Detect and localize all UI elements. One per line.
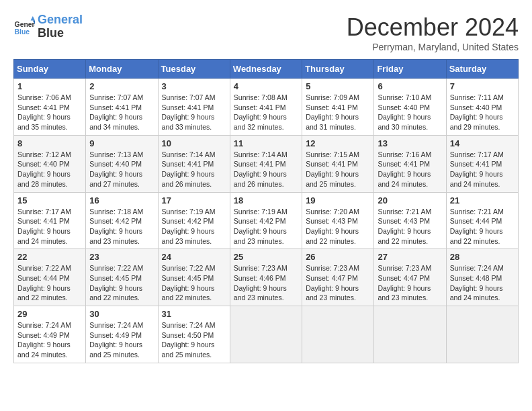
table-row: 28 Sunrise: 7:24 AM Sunset: 4:48 PM Dayl… xyxy=(446,249,518,306)
calendar-body: 1 Sunrise: 7:06 AM Sunset: 4:41 PM Dayli… xyxy=(14,79,519,363)
logo-text: GeneralBlue xyxy=(38,13,83,40)
table-row: 6 Sunrise: 7:10 AM Sunset: 4:40 PM Dayli… xyxy=(374,79,446,136)
svg-marker-2 xyxy=(31,16,35,20)
location: Perryman, Maryland, United States xyxy=(347,42,519,52)
table-row: 29 Sunrise: 7:24 AM Sunset: 4:49 PM Dayl… xyxy=(14,306,86,363)
day-info: Sunrise: 7:24 AM Sunset: 4:50 PM Dayligh… xyxy=(162,320,226,360)
month-title: December 2024 xyxy=(347,13,519,42)
day-info: Sunrise: 7:23 AM Sunset: 4:46 PM Dayligh… xyxy=(234,263,298,303)
calendar-week: 29 Sunrise: 7:24 AM Sunset: 4:49 PM Dayl… xyxy=(14,306,519,363)
table-row: 10 Sunrise: 7:14 AM Sunset: 4:41 PM Dayl… xyxy=(158,135,230,192)
day-number: 25 xyxy=(234,252,298,262)
logo: General Blue GeneralBlue xyxy=(13,13,83,40)
day-info: Sunrise: 7:24 AM Sunset: 4:49 PM Dayligh… xyxy=(89,320,154,360)
day-info: Sunrise: 7:14 AM Sunset: 4:41 PM Dayligh… xyxy=(162,150,226,189)
day-number: 26 xyxy=(306,252,370,262)
table-row: 16 Sunrise: 7:18 AM Sunset: 4:42 PM Dayl… xyxy=(86,192,158,249)
svg-text:Blue: Blue xyxy=(15,28,30,36)
title-block: December 2024 Perryman, Maryland, United… xyxy=(347,13,519,52)
table-row xyxy=(446,306,518,363)
table-row: 26 Sunrise: 7:23 AM Sunset: 4:47 PM Dayl… xyxy=(302,249,374,306)
calendar-week: 15 Sunrise: 7:17 AM Sunset: 4:41 PM Dayl… xyxy=(14,192,519,249)
table-row: 18 Sunrise: 7:19 AM Sunset: 4:42 PM Dayl… xyxy=(230,192,302,249)
col-sunday: Sunday xyxy=(14,60,86,79)
table-row: 25 Sunrise: 7:23 AM Sunset: 4:46 PM Dayl… xyxy=(230,249,302,306)
day-number: 3 xyxy=(162,81,226,91)
header-row: Sunday Monday Tuesday Wednesday Thursday… xyxy=(14,60,519,79)
day-info: Sunrise: 7:17 AM Sunset: 4:41 PM Dayligh… xyxy=(17,207,82,246)
day-info: Sunrise: 7:22 AM Sunset: 4:45 PM Dayligh… xyxy=(162,263,226,303)
day-info: Sunrise: 7:20 AM Sunset: 4:43 PM Dayligh… xyxy=(306,207,370,246)
col-saturday: Saturday xyxy=(446,60,518,79)
day-info: Sunrise: 7:07 AM Sunset: 4:41 PM Dayligh… xyxy=(89,93,154,132)
table-row: 20 Sunrise: 7:21 AM Sunset: 4:43 PM Dayl… xyxy=(374,192,446,249)
table-row: 21 Sunrise: 7:21 AM Sunset: 4:44 PM Dayl… xyxy=(446,192,518,249)
day-info: Sunrise: 7:07 AM Sunset: 4:41 PM Dayligh… xyxy=(162,93,226,132)
day-number: 16 xyxy=(89,195,154,205)
table-row xyxy=(374,306,446,363)
table-row: 30 Sunrise: 7:24 AM Sunset: 4:49 PM Dayl… xyxy=(86,306,158,363)
table-row: 24 Sunrise: 7:22 AM Sunset: 4:45 PM Dayl… xyxy=(158,249,230,306)
table-row: 23 Sunrise: 7:22 AM Sunset: 4:45 PM Dayl… xyxy=(86,249,158,306)
day-number: 4 xyxy=(234,81,298,91)
day-info: Sunrise: 7:09 AM Sunset: 4:41 PM Dayligh… xyxy=(306,93,370,132)
table-row: 4 Sunrise: 7:08 AM Sunset: 4:41 PM Dayli… xyxy=(230,79,302,136)
day-info: Sunrise: 7:19 AM Sunset: 4:42 PM Dayligh… xyxy=(234,207,298,246)
table-row xyxy=(302,306,374,363)
page-header: General Blue GeneralBlue December 2024 P… xyxy=(13,13,519,52)
day-number: 8 xyxy=(17,138,82,148)
table-row: 12 Sunrise: 7:15 AM Sunset: 4:41 PM Dayl… xyxy=(302,135,374,192)
calendar-table: Sunday Monday Tuesday Wednesday Thursday… xyxy=(13,59,519,363)
day-number: 13 xyxy=(378,138,442,148)
day-number: 2 xyxy=(89,81,154,91)
day-info: Sunrise: 7:18 AM Sunset: 4:42 PM Dayligh… xyxy=(89,207,154,246)
day-number: 6 xyxy=(378,81,442,91)
day-info: Sunrise: 7:10 AM Sunset: 4:40 PM Dayligh… xyxy=(378,93,442,132)
day-info: Sunrise: 7:14 AM Sunset: 4:41 PM Dayligh… xyxy=(234,150,298,189)
day-info: Sunrise: 7:15 AM Sunset: 4:41 PM Dayligh… xyxy=(306,150,370,189)
day-number: 31 xyxy=(162,309,226,319)
day-number: 9 xyxy=(89,138,154,148)
day-number: 29 xyxy=(17,309,82,319)
day-info: Sunrise: 7:22 AM Sunset: 4:44 PM Dayligh… xyxy=(17,263,82,303)
table-row: 11 Sunrise: 7:14 AM Sunset: 4:41 PM Dayl… xyxy=(230,135,302,192)
day-number: 19 xyxy=(306,195,370,205)
table-row: 15 Sunrise: 7:17 AM Sunset: 4:41 PM Dayl… xyxy=(14,192,86,249)
col-thursday: Thursday xyxy=(302,60,374,79)
table-row: 5 Sunrise: 7:09 AM Sunset: 4:41 PM Dayli… xyxy=(302,79,374,136)
table-row: 13 Sunrise: 7:16 AM Sunset: 4:41 PM Dayl… xyxy=(374,135,446,192)
table-row: 14 Sunrise: 7:17 AM Sunset: 4:41 PM Dayl… xyxy=(446,135,518,192)
day-info: Sunrise: 7:19 AM Sunset: 4:42 PM Dayligh… xyxy=(162,207,226,246)
day-info: Sunrise: 7:13 AM Sunset: 4:40 PM Dayligh… xyxy=(89,150,154,189)
day-number: 11 xyxy=(234,138,298,148)
table-row: 22 Sunrise: 7:22 AM Sunset: 4:44 PM Dayl… xyxy=(14,249,86,306)
day-number: 18 xyxy=(234,195,298,205)
day-number: 12 xyxy=(306,138,370,148)
table-row: 9 Sunrise: 7:13 AM Sunset: 4:40 PM Dayli… xyxy=(86,135,158,192)
col-monday: Monday xyxy=(86,60,158,79)
day-number: 21 xyxy=(450,195,515,205)
col-tuesday: Tuesday xyxy=(158,60,230,79)
day-number: 1 xyxy=(17,81,82,91)
day-info: Sunrise: 7:21 AM Sunset: 4:44 PM Dayligh… xyxy=(450,207,515,246)
day-info: Sunrise: 7:17 AM Sunset: 4:41 PM Dayligh… xyxy=(450,150,515,189)
day-info: Sunrise: 7:06 AM Sunset: 4:41 PM Dayligh… xyxy=(17,93,82,132)
table-row: 7 Sunrise: 7:11 AM Sunset: 4:40 PM Dayli… xyxy=(446,79,518,136)
day-number: 24 xyxy=(162,252,226,262)
svg-text:General: General xyxy=(15,21,35,28)
day-number: 17 xyxy=(162,195,226,205)
col-friday: Friday xyxy=(374,60,446,79)
table-row: 2 Sunrise: 7:07 AM Sunset: 4:41 PM Dayli… xyxy=(86,79,158,136)
table-row xyxy=(230,306,302,363)
day-info: Sunrise: 7:23 AM Sunset: 4:47 PM Dayligh… xyxy=(306,263,370,303)
table-row: 8 Sunrise: 7:12 AM Sunset: 4:40 PM Dayli… xyxy=(14,135,86,192)
day-info: Sunrise: 7:24 AM Sunset: 4:48 PM Dayligh… xyxy=(450,263,515,303)
table-row: 1 Sunrise: 7:06 AM Sunset: 4:41 PM Dayli… xyxy=(14,79,86,136)
day-number: 10 xyxy=(162,138,226,148)
day-info: Sunrise: 7:16 AM Sunset: 4:41 PM Dayligh… xyxy=(378,150,442,189)
table-row: 17 Sunrise: 7:19 AM Sunset: 4:42 PM Dayl… xyxy=(158,192,230,249)
day-number: 30 xyxy=(89,309,154,319)
day-number: 20 xyxy=(378,195,442,205)
col-wednesday: Wednesday xyxy=(230,60,302,79)
table-row: 19 Sunrise: 7:20 AM Sunset: 4:43 PM Dayl… xyxy=(302,192,374,249)
